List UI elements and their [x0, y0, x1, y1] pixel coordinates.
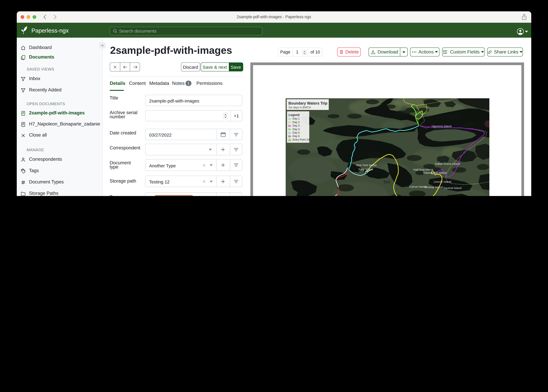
svg-text:Day 1: Day 1 [292, 117, 299, 120]
svg-text:Squirrel Island: Squirrel Island [443, 186, 461, 189]
svg-text:Six days in BWCA: Six days in BWCA [288, 106, 311, 109]
svg-text:Washington Island: Washington Island [423, 171, 447, 174]
svg-text:Canoe Island: Canoe Island [409, 185, 426, 188]
svg-text:Gary Island: Gary Island [358, 168, 373, 171]
svg-text:Day 6: Day 6 [292, 135, 299, 138]
svg-text:Legend: Legend [288, 113, 299, 117]
svg-text:Day 4: Day 4 [292, 128, 299, 131]
svg-text:Boundary Waters Trip: Boundary Waters Trip [288, 101, 327, 105]
svg-text:New York Island: New York Island [356, 164, 376, 167]
svg-text:Day 2: Day 2 [292, 121, 299, 124]
svg-text:Norway Island: Norway Island [424, 186, 442, 189]
svg-text:Day 5: Day 5 [292, 131, 299, 134]
svg-text:Lincoln Island: Lincoln Island [433, 180, 451, 183]
svg-text:Indian Grave Island: Indian Grave Island [435, 162, 460, 165]
svg-text:Text: Text [383, 180, 390, 184]
svg-text:Entry Point 24: Entry Point 24 [292, 138, 309, 141]
svg-text:Hausons Island: Hausons Island [432, 125, 451, 128]
svg-text:Day 3: Day 3 [292, 124, 299, 127]
svg-text:Half Dog Island: Half Dog Island [413, 168, 433, 171]
